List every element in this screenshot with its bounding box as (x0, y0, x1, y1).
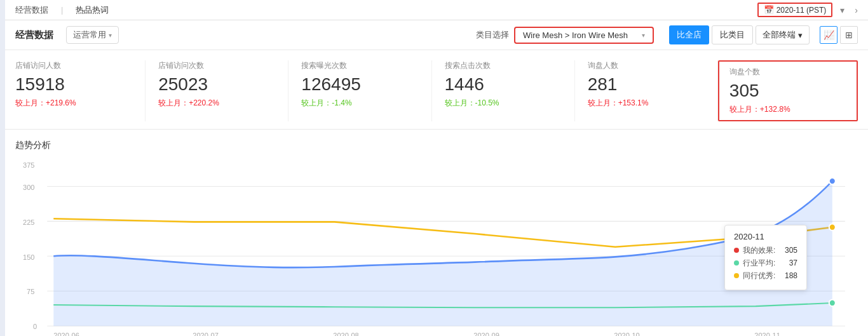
metric-label-2: 搜索曝光次数 (301, 60, 418, 71)
compare-store-button[interactable]: 比全店 (669, 25, 709, 44)
top-nav-right: 📅 2020-11 (PST) ▾ › (757, 3, 860, 17)
operation-type-dropdown[interactable]: 运营常用 ▾ (66, 26, 119, 44)
nav-arrow-down[interactable]: ▾ (837, 5, 847, 15)
compare-category-button[interactable]: 比类目 (712, 25, 753, 44)
svg-text:2020-06: 2020-06 (53, 331, 79, 336)
metric-value-4: 281 (588, 74, 705, 95)
nav-item-hot[interactable]: 热品热词 (73, 4, 111, 16)
svg-text:375: 375 (23, 161, 34, 169)
svg-text:0: 0 (33, 323, 37, 330)
tooltip-label-2: 同行优秀: (743, 271, 775, 281)
metric-label-1: 店铺访问次数 (158, 60, 275, 71)
chart-tooltip: 2020-11 我的效果: 305 行业平均: 37 同行优秀: 188 (724, 225, 807, 290)
metric-value-2: 126495 (301, 74, 418, 95)
metric-card-1: 店铺访问次数 25023 较上月：+220.2% (146, 60, 288, 121)
metric-card-4: 询盘人数 281 较上月：+153.1% (575, 60, 718, 121)
date-selector[interactable]: 📅 2020-11 (PST) (757, 3, 833, 17)
top-navigation: 经营数据 | 热品热词 📅 2020-11 (PST) ▾ › (5, 0, 868, 20)
svg-text:225: 225 (23, 218, 34, 225)
category-chevron-icon: ▾ (642, 32, 645, 39)
metric-change-0: 较上月：+219.6% (15, 98, 132, 109)
svg-point-17 (829, 178, 836, 184)
metric-value-1: 25023 (158, 74, 275, 95)
svg-text:2020-11: 2020-11 (754, 331, 780, 336)
tooltip-dot-2 (734, 273, 739, 278)
tooltip-row-1: 行业平均: 37 (734, 258, 797, 269)
metric-change-1: 较上月：+220.2% (158, 98, 275, 109)
metric-label-3: 搜索点击次数 (445, 60, 562, 71)
metric-value-5: 305 (729, 80, 846, 102)
left-sidebar (0, 0, 5, 336)
svg-point-18 (829, 299, 836, 306)
main-header: 经营数据 运营常用 ▾ 类目选择 Wire Mesh > Iron Wire M… (5, 20, 868, 50)
metric-change-3: 较上月：-10.5% (445, 98, 562, 109)
svg-text:2020-08: 2020-08 (333, 331, 359, 336)
metric-card-2: 搜索曝光次数 126495 较上月：-1.4% (288, 60, 431, 121)
category-select-area: 类目选择 Wire Mesh > Iron Wire Mesh ▾ (476, 27, 654, 44)
svg-text:300: 300 (23, 183, 34, 191)
category-label: 类目选择 (476, 29, 509, 41)
nav-arrow-right[interactable]: › (852, 5, 860, 15)
svg-text:150: 150 (23, 253, 34, 260)
tooltip-value-1: 37 (789, 259, 797, 267)
svg-text:2020-10: 2020-10 (614, 331, 640, 336)
date-label: 2020-11 (PST) (776, 6, 827, 15)
terminal-dropdown[interactable]: 全部终端 ▾ (756, 25, 810, 44)
chevron-down-icon: ▾ (109, 32, 112, 39)
chart-container: 0 75 150 225 300 375 2020-06 2020-07 202… (15, 161, 858, 336)
tooltip-label-1: 行业平均: (743, 258, 775, 269)
tooltip-value-2: 188 (785, 271, 797, 280)
svg-text:2020-09: 2020-09 (473, 331, 499, 336)
chart-section: 趋势分析 0 75 150 225 300 375 2020-06 2020-0… (5, 130, 868, 336)
svg-text:75: 75 (27, 288, 34, 295)
category-value: Wire Mesh > Iron Wire Mesh (523, 30, 628, 40)
metric-value-3: 1446 (445, 74, 562, 95)
tooltip-date: 2020-11 (734, 232, 797, 241)
metric-label-0: 店铺访问人数 (15, 60, 132, 71)
tooltip-label-0: 我的效果: (743, 245, 775, 256)
tooltip-dot-0 (734, 248, 739, 253)
metric-label-5: 询盘个数 (729, 67, 846, 77)
table-view-icon[interactable]: ⊞ (840, 26, 858, 44)
tooltip-row-0: 我的效果: 305 (734, 245, 797, 256)
compare-buttons: 比全店 比类目 全部终端 ▾ (669, 25, 810, 44)
metric-value-0: 15918 (15, 74, 132, 95)
metric-label-4: 询盘人数 (588, 60, 705, 71)
svg-point-19 (829, 224, 836, 230)
tooltip-dot-1 (734, 260, 739, 265)
category-dropdown[interactable]: Wire Mesh > Iron Wire Mesh ▾ (514, 27, 654, 44)
metric-card-5: 询盘个数 305 较上月：+132.8% (718, 60, 858, 121)
tooltip-value-0: 305 (785, 246, 797, 255)
view-toggle: 📈 ⊞ (820, 26, 858, 44)
calendar-icon: 📅 (764, 5, 774, 15)
nav-separator: | (61, 5, 63, 15)
metric-change-4: 较上月：+153.1% (588, 98, 705, 109)
page-title: 经营数据 (15, 29, 53, 41)
tooltip-row-2: 同行优秀: 188 (734, 271, 797, 281)
line-chart-view-icon[interactable]: 📈 (820, 26, 837, 44)
metric-card-3: 搜索点击次数 1446 较上月：-10.5% (432, 60, 575, 121)
chart-title: 趋势分析 (15, 140, 858, 151)
nav-item-operations[interactable]: 经营数据 (13, 4, 51, 16)
metrics-row: 店铺访问人数 15918 较上月：+219.6% 店铺访问次数 25023 较上… (5, 50, 868, 130)
metric-change-2: 较上月：-1.4% (301, 98, 418, 109)
metric-change-5: 较上月：+132.8% (729, 104, 846, 115)
metric-card-0: 店铺访问人数 15918 较上月：+219.6% (15, 60, 146, 121)
svg-text:2020-07: 2020-07 (193, 331, 219, 336)
terminal-chevron-icon: ▾ (798, 30, 803, 40)
